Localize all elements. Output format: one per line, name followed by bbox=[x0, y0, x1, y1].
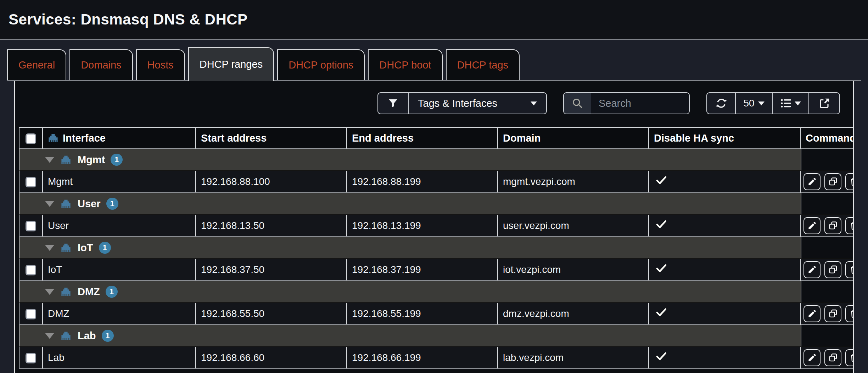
table-body: Mgmt1Mgmt192.168.88.100192.168.88.199mgm… bbox=[19, 149, 854, 369]
tab-dhcp-ranges[interactable]: DHCP ranges bbox=[188, 47, 274, 81]
edit-button[interactable] bbox=[803, 173, 821, 190]
row-select-checkbox[interactable] bbox=[26, 177, 36, 187]
row-select-checkbox[interactable] bbox=[26, 309, 36, 319]
search-box bbox=[563, 92, 690, 114]
commands-cell bbox=[801, 303, 854, 325]
group-name: Mgmt bbox=[78, 154, 105, 166]
tab-strip: GeneralDomainsHostsDHCP rangesDHCP optio… bbox=[7, 40, 861, 81]
search-button[interactable] bbox=[564, 93, 591, 114]
dhcp-ranges-table: Interface Start address End address Doma… bbox=[19, 127, 854, 369]
delete-icon bbox=[849, 221, 854, 230]
start-address-cell: 192.168.13.50 bbox=[196, 215, 347, 237]
delete-button[interactable] bbox=[845, 173, 854, 190]
group-count-badge: 1 bbox=[111, 154, 123, 166]
page-size-dropdown[interactable]: 50 bbox=[735, 93, 772, 114]
column-selection-dropdown[interactable] bbox=[772, 93, 808, 114]
domain-cell: mgmt.vezpi.com bbox=[498, 171, 649, 193]
edit-button[interactable] bbox=[803, 349, 821, 366]
filter-dropdown-label: Tags & Interfaces bbox=[418, 98, 497, 109]
grid-toolbar: Tags & Interfaces 50 bbox=[15, 92, 853, 114]
edit-button[interactable] bbox=[803, 217, 821, 234]
group-count-badge: 1 bbox=[102, 330, 114, 342]
clone-button[interactable] bbox=[824, 349, 841, 366]
group-header-cell: Mgmt1 bbox=[19, 149, 801, 171]
group-count-badge: 1 bbox=[106, 198, 118, 210]
collapse-group-icon[interactable] bbox=[45, 245, 54, 251]
disable-ha-sync-cell bbox=[649, 171, 801, 193]
row-select-checkbox[interactable] bbox=[26, 265, 36, 275]
column-header-commands: Commands bbox=[801, 127, 854, 149]
title-bar: Services: Dnsmasq DNS & DHCP bbox=[0, 0, 868, 40]
delete-button[interactable] bbox=[845, 305, 854, 322]
collapse-group-icon[interactable] bbox=[45, 333, 54, 339]
group-row-mgmt: Mgmt1 bbox=[19, 149, 854, 171]
clone-icon bbox=[828, 221, 838, 230]
edit-icon bbox=[807, 309, 817, 318]
delete-icon bbox=[849, 177, 854, 186]
column-header-domain[interactable]: Domain bbox=[498, 127, 649, 149]
clone-button[interactable] bbox=[824, 305, 841, 322]
disable-ha-sync-cell bbox=[649, 347, 801, 369]
tab-dhcp-tags[interactable]: DHCP tags bbox=[446, 49, 520, 80]
edit-icon bbox=[807, 177, 817, 186]
interface-cell: Mgmt bbox=[43, 171, 196, 193]
export-button[interactable] bbox=[808, 93, 839, 114]
table-row-dmz: DMZ192.168.55.50192.168.55.199dmz.vezpi.… bbox=[19, 303, 854, 325]
group-count-badge: 1 bbox=[99, 242, 111, 254]
ethernet-icon bbox=[61, 154, 71, 165]
start-address-cell: 192.168.88.100 bbox=[196, 171, 347, 193]
column-header-start-address[interactable]: Start address bbox=[196, 127, 347, 149]
clone-button[interactable] bbox=[824, 261, 841, 278]
column-header-end-address[interactable]: End address bbox=[347, 127, 498, 149]
search-icon bbox=[572, 98, 583, 109]
collapse-group-icon[interactable] bbox=[45, 157, 54, 163]
collapse-group-icon[interactable] bbox=[45, 201, 54, 207]
group-row-lab: Lab1 bbox=[19, 325, 854, 347]
tab-dhcp-boot[interactable]: DHCP boot bbox=[368, 49, 442, 80]
delete-button[interactable] bbox=[845, 349, 854, 366]
tab-domains[interactable]: Domains bbox=[69, 49, 133, 80]
delete-icon bbox=[849, 309, 854, 318]
filter-dropdown-toggle[interactable]: Tags & Interfaces bbox=[408, 93, 546, 114]
content-panel: Tags & Interfaces 50 bbox=[14, 81, 854, 373]
clone-button[interactable] bbox=[824, 173, 841, 190]
edit-button[interactable] bbox=[803, 261, 821, 278]
commands-cell bbox=[801, 171, 854, 193]
start-address-cell: 192.168.66.60 bbox=[196, 347, 347, 369]
clone-icon bbox=[828, 309, 838, 318]
tab-hosts[interactable]: Hosts bbox=[136, 49, 185, 80]
page-size-value: 50 bbox=[743, 98, 754, 109]
collapse-group-icon[interactable] bbox=[45, 289, 54, 295]
search-input[interactable] bbox=[591, 93, 689, 114]
delete-button[interactable] bbox=[845, 217, 854, 234]
group-commands-cell bbox=[801, 237, 854, 259]
edit-button[interactable] bbox=[803, 305, 821, 322]
column-header-interface[interactable]: Interface bbox=[43, 127, 196, 149]
group-row-dmz: DMZ1 bbox=[19, 281, 854, 303]
filter-icon-segment[interactable] bbox=[378, 93, 408, 114]
select-all-checkbox[interactable] bbox=[26, 133, 36, 144]
interface-cell: DMZ bbox=[43, 303, 196, 325]
group-header-cell: IoT1 bbox=[19, 237, 801, 259]
column-header-disable-ha-sync[interactable]: Disable HA sync bbox=[649, 127, 801, 149]
tab-dhcp-options[interactable]: DHCP options bbox=[277, 49, 365, 80]
clone-button[interactable] bbox=[824, 217, 841, 234]
check-icon bbox=[655, 306, 667, 318]
group-commands-cell bbox=[801, 193, 854, 215]
row-select-checkbox[interactable] bbox=[26, 221, 36, 231]
ethernet-icon bbox=[61, 198, 71, 209]
clone-icon bbox=[828, 265, 838, 274]
group-name: IoT bbox=[78, 242, 93, 254]
end-address-cell: 192.168.55.199 bbox=[347, 303, 498, 325]
row-select-checkbox[interactable] bbox=[26, 353, 36, 363]
tab-general[interactable]: General bbox=[7, 49, 66, 80]
check-icon bbox=[655, 350, 667, 362]
refresh-button[interactable] bbox=[707, 93, 735, 114]
group-name: Lab bbox=[78, 330, 96, 342]
select-all-header bbox=[19, 127, 43, 149]
clone-icon bbox=[828, 177, 838, 186]
interface-cell: Lab bbox=[43, 347, 196, 369]
filter-dropdown[interactable]: Tags & Interfaces bbox=[377, 92, 547, 114]
delete-button[interactable] bbox=[845, 261, 854, 278]
disable-ha-sync-cell bbox=[649, 215, 801, 237]
